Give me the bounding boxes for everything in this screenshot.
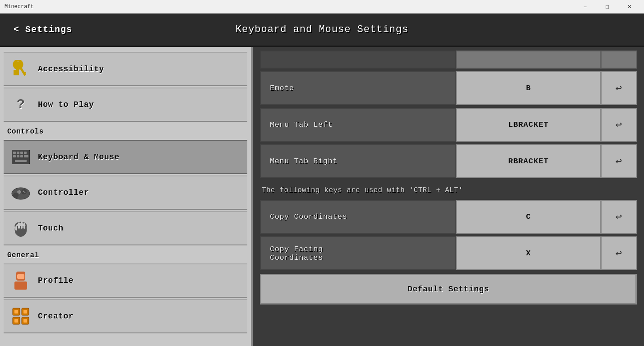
copy-facing-coordinates-value[interactable]: X	[456, 236, 601, 270]
creator-label: Creator	[38, 312, 74, 321]
reset-arrow-icon	[616, 118, 622, 131]
svg-rect-24	[15, 160, 27, 162]
svg-rect-39	[17, 274, 24, 279]
menu-tab-left-label: Menu Tab Left	[260, 108, 456, 142]
menu-tab-right-reset-button[interactable]	[601, 144, 637, 178]
svg-rect-8	[14, 70, 16, 73]
keyboard-icon	[11, 147, 31, 167]
sidebar-item-profile[interactable]: Profile	[4, 263, 247, 298]
profile-label: Profile	[38, 276, 74, 285]
svg-point-26	[13, 193, 19, 198]
touch-icon	[11, 218, 31, 238]
sidebar: Accessibility ? How to Play Controls	[0, 47, 253, 346]
svg-rect-38	[14, 281, 27, 290]
menu-tab-right-label: Menu Tab Right	[260, 144, 456, 178]
section-controls-label: Controls	[0, 123, 251, 138]
app-title: Minecraft	[5, 4, 34, 10]
controller-label: Controller	[38, 188, 89, 197]
key-icon	[11, 59, 31, 79]
window-controls: − □ ✕	[575, 0, 639, 13]
svg-rect-19	[24, 152, 27, 154]
menu-tab-left-row: Menu Tab Left LBRACKET	[260, 108, 637, 142]
svg-rect-44	[14, 310, 18, 314]
question-icon: ?	[11, 95, 31, 115]
svg-rect-10	[14, 73, 16, 75]
copy-facing-coordinates-row: Copy Facing Coordinates X	[260, 236, 637, 270]
emote-label: Emote	[260, 71, 456, 105]
svg-rect-7	[16, 70, 19, 73]
sidebar-item-accessibility[interactable]: Accessibility	[4, 52, 247, 86]
sidebar-item-keyboard-mouse[interactable]: Keyboard & Mouse	[4, 140, 247, 174]
reset-arrow-icon	[616, 155, 622, 168]
svg-rect-17	[17, 152, 19, 154]
sidebar-item-touch[interactable]: Touch	[4, 211, 247, 245]
sidebar-item-creator[interactable]: Creator	[4, 299, 247, 333]
copy-coordinates-row: Copy Coordinates C	[260, 200, 637, 234]
section-general-label: General	[0, 247, 251, 262]
svg-rect-46	[14, 319, 18, 323]
svg-rect-9	[16, 73, 19, 75]
svg-rect-4	[16, 65, 19, 67]
sidebar-item-controller[interactable]: Controller	[4, 175, 247, 210]
emote-row: Emote B	[260, 71, 637, 105]
copy-coordinates-value[interactable]: C	[456, 200, 601, 234]
svg-rect-29	[17, 191, 21, 193]
titlebar: Minecraft − □ ✕	[0, 0, 644, 14]
emote-value[interactable]: B	[456, 71, 601, 105]
emote-reset-button[interactable]	[601, 71, 637, 105]
reset-arrow-icon	[616, 247, 622, 260]
close-button[interactable]: ✕	[619, 0, 639, 13]
content-area: Accessibility ? How to Play Controls	[0, 47, 644, 346]
menu-tab-right-row: Menu Tab Right RBRACKET	[260, 144, 637, 178]
maximize-button[interactable]: □	[597, 0, 617, 13]
right-panel: Emote B Menu Tab Left LBRACKET	[253, 47, 644, 346]
profile-icon	[11, 271, 31, 291]
creator-icon	[11, 306, 31, 326]
header: < Settings Keyboard and Mouse Settings	[0, 14, 644, 47]
copy-coordinates-label: Copy Coordinates	[260, 200, 456, 234]
svg-rect-47	[23, 319, 27, 323]
svg-rect-45	[23, 310, 27, 314]
menu-tab-right-value[interactable]: RBRACKET	[456, 144, 601, 178]
svg-rect-35	[23, 223, 25, 229]
svg-rect-18	[20, 152, 23, 154]
top-faded-row	[260, 51, 637, 69]
sidebar-item-how-to-play[interactable]: ? How to Play	[4, 88, 247, 122]
copy-facing-coordinates-reset-button[interactable]	[601, 236, 637, 270]
app-container: < Settings Keyboard and Mouse Settings	[0, 14, 644, 346]
svg-rect-36	[15, 226, 17, 231]
menu-tab-left-value[interactable]: LBRACKET	[456, 108, 601, 142]
svg-rect-1	[16, 62, 19, 65]
touch-label: Touch	[38, 224, 64, 233]
svg-rect-21	[17, 155, 19, 157]
copy-facing-coordinates-label: Copy Facing Coordinates	[260, 236, 456, 270]
reset-arrow-icon	[616, 82, 622, 95]
copy-coordinates-reset-button[interactable]	[601, 200, 637, 234]
settings-container: Emote B Menu Tab Left LBRACKET	[253, 47, 644, 312]
svg-rect-33	[18, 222, 20, 229]
svg-point-31	[24, 192, 26, 193]
svg-rect-23	[24, 155, 28, 157]
svg-rect-16	[13, 152, 16, 154]
how-to-play-label: How to Play	[38, 100, 94, 109]
reset-arrow-icon	[616, 210, 622, 223]
accessibility-label: Accessibility	[38, 65, 104, 74]
back-button[interactable]: < Settings	[14, 24, 72, 35]
controller-icon	[11, 183, 31, 203]
svg-rect-34	[21, 221, 23, 229]
menu-tab-left-reset-button[interactable]	[601, 108, 637, 142]
minimize-button[interactable]: −	[575, 0, 595, 13]
ctrl-alt-info: The following keys are used with 'CTRL +…	[260, 181, 637, 200]
page-title: Keyboard and Mouse Settings	[236, 24, 408, 35]
keyboard-mouse-label: Keyboard & Mouse	[38, 152, 120, 161]
default-settings-button[interactable]: Default Settings	[260, 274, 637, 304]
svg-rect-22	[20, 155, 23, 157]
svg-rect-20	[13, 155, 16, 157]
svg-point-30	[23, 191, 24, 192]
